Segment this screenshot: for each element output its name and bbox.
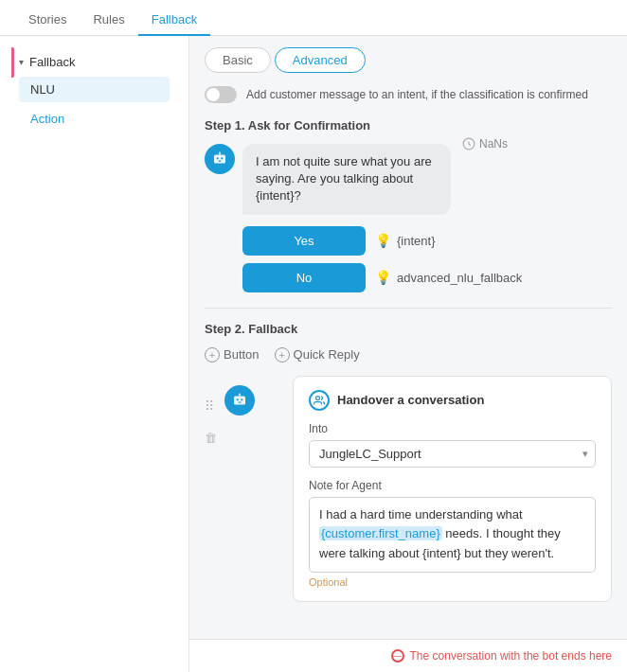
sidebar-item-nlu[interactable]: NLU: [19, 77, 170, 102]
sidebar-item-action[interactable]: Action: [19, 106, 170, 132]
tab-bar: Basic Advanced: [205, 47, 612, 73]
no-intent-label: 💡 advanced_nlu_fallback: [375, 270, 522, 285]
handover-header: Handover a conversation: [309, 390, 596, 411]
bot-bubble: I am not quite sure what you are saying.…: [242, 144, 451, 215]
nav-item-fallback[interactable]: Fallback: [138, 5, 210, 36]
svg-rect-10: [239, 401, 242, 402]
drag-handle-icon[interactable]: ⠿: [205, 398, 217, 414]
note-label: Note for Agent: [309, 479, 596, 492]
bot-avatar-step1: [205, 144, 235, 174]
svg-point-8: [237, 398, 239, 400]
nav-item-stories[interactable]: Stories: [15, 5, 80, 36]
add-button-label: Button: [224, 347, 260, 362]
no-button[interactable]: No: [242, 263, 366, 292]
handover-row: ⠿ 🗑: [205, 376, 612, 602]
add-quick-reply-btn[interactable]: + Quick Reply: [275, 347, 360, 363]
sidebar-section-wrap: ▾ Fallback: [11, 51, 177, 73]
add-button-btn[interactable]: + Button: [205, 347, 260, 363]
step2-actions: + Button + Quick Reply: [205, 347, 612, 363]
note-field[interactable]: I had a hard time understanding what {cu…: [309, 497, 596, 573]
bottom-bar: — The conversation with the bot ends her…: [189, 639, 627, 672]
nans-badge: NaNs: [462, 136, 508, 152]
plus-circle-button: +: [205, 347, 220, 363]
handover-icon: [309, 390, 330, 411]
step1-label: Step 1. Ask for Confirmation: [205, 118, 612, 133]
bulb-icon-no: 💡: [375, 270, 391, 285]
svg-point-5: [219, 152, 221, 154]
sidebar-section-label: Fallback: [29, 55, 75, 69]
bot-bubble-text: I am not quite sure what you are saying.…: [256, 154, 432, 203]
divider: [205, 308, 612, 309]
no-entry-icon: —: [391, 649, 404, 663]
sidebar-accent: [11, 47, 14, 78]
into-select[interactable]: JungleLC_Support Support Sales: [309, 440, 596, 468]
into-select-wrapper: JungleLC_Support Support Sales ▾: [309, 440, 596, 468]
handover-title: Handover a conversation: [337, 393, 484, 407]
plus-circle-quick-reply: +: [275, 347, 290, 363]
trash-icon[interactable]: 🗑: [205, 431, 217, 445]
layout: ▾ Fallback NLU Action Basic Advanced Add…: [0, 36, 627, 672]
svg-rect-0: [214, 155, 225, 164]
svg-point-2: [221, 157, 223, 159]
nans-text: NaNs: [479, 136, 508, 152]
main-content: Basic Advanced Add customer message to a…: [189, 36, 627, 672]
bot-avatar-step2: [224, 385, 255, 416]
bot-message-row: I am not quite sure what you are saying.…: [205, 144, 612, 215]
svg-rect-7: [234, 396, 245, 404]
nav-item-rules[interactable]: Rules: [80, 5, 137, 36]
sidebar-section: ▾ Fallback NLU Action: [0, 44, 188, 141]
svg-point-13: [316, 396, 320, 399]
no-btn-row: No 💡 advanced_nlu_fallback: [242, 263, 612, 292]
into-label: Into: [309, 422, 596, 435]
svg-point-9: [241, 398, 242, 400]
handover-card: Handover a conversation Into JungleLC_Su…: [293, 376, 612, 602]
bulb-icon-yes: 💡: [375, 233, 391, 248]
yes-intent-label: 💡 {intent}: [375, 233, 436, 248]
toggle-knob: [206, 88, 220, 101]
top-nav: Stories Rules Fallback: [0, 0, 627, 36]
tab-basic[interactable]: Basic: [205, 47, 271, 73]
yes-btn-row: Yes 💡 {intent}: [242, 226, 612, 256]
svg-point-12: [239, 393, 241, 395]
add-quick-reply-label: Quick Reply: [294, 347, 360, 362]
optional-label: Optional: [309, 576, 596, 588]
svg-rect-3: [219, 161, 222, 162]
sidebar-section-header[interactable]: ▾ Fallback: [11, 51, 75, 73]
no-intent-text: advanced_nlu_fallback: [397, 271, 522, 285]
action-btns: Yes 💡 {intent} No 💡 advanced_nlu_fallbac…: [242, 226, 612, 292]
sidebar: ▾ Fallback NLU Action: [0, 36, 189, 672]
toggle-row: Add customer message to an intent, if th…: [205, 86, 612, 103]
variable-customer-first-name: {customer.first_name}: [319, 526, 442, 540]
toggle-switch[interactable]: [205, 86, 237, 103]
bottom-bar-text: The conversation with the bot ends here: [410, 649, 612, 663]
svg-point-1: [217, 157, 219, 159]
chevron-down-icon: ▾: [19, 57, 24, 67]
yes-intent-text: {intent}: [397, 234, 436, 248]
yes-button[interactable]: Yes: [242, 226, 366, 256]
tab-advanced[interactable]: Advanced: [275, 47, 366, 73]
toggle-label: Add customer message to an intent, if th…: [246, 88, 588, 101]
step2-label: Step 2. Fallback: [205, 322, 612, 336]
